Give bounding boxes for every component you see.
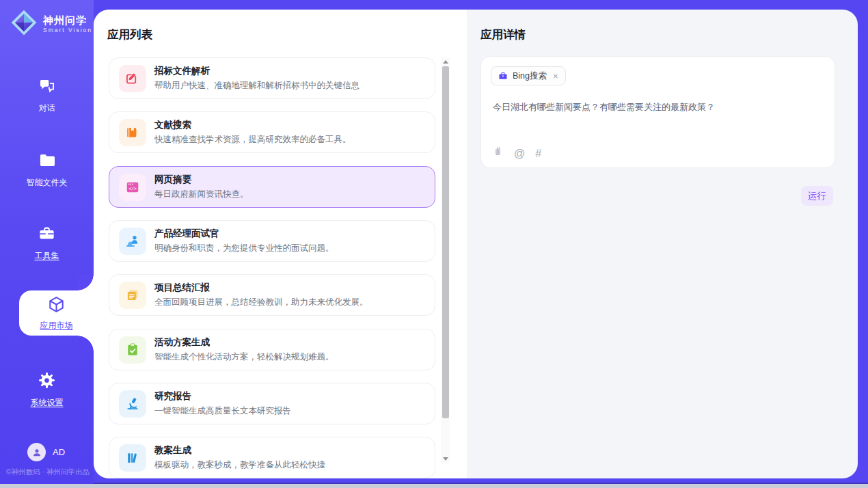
pill-curve-bottom [77,336,94,352]
sidebar-item-label: 智能文件夹 [27,177,68,189]
app-card-desc: 帮助用户快速、准确地理解和解析招标书中的关键信息 [154,80,360,92]
app-card-pm-interviewer[interactable]: 产品经理面试官 明确身份和职责，为您提供专业性的面试问题。 [109,220,435,262]
tag-close-icon[interactable]: × [553,71,558,81]
toolbox-icon [38,224,56,245]
user-label: AD [53,447,65,457]
books-icon [119,444,146,472]
sidebar-item-label: 对话 [39,103,55,114]
pill-curve-top [77,274,94,290]
microscope-icon [119,390,146,418]
paperclip-icon[interactable] [492,146,504,161]
app-window-frame: 神州问学 Smart Vision 对话 智能文件夹 [0,0,868,484]
scrollbar-thumb[interactable] [442,66,449,418]
app-card-event-plan[interactable]: 活动方案生成 智能生成个性化活动方案，轻松解决规划难题。 [109,329,435,370]
app-card-title: 网页摘要 [154,174,249,186]
logo-diamond-icon [10,8,38,40]
app-card-title: 招标文件解析 [154,65,360,77]
sidebar-footer-credit: ©神州数码 · 神州问学出品 [6,467,90,477]
scrollbar-down-arrow-icon[interactable] [443,457,448,461]
gear-icon [38,371,56,392]
mention-at-icon[interactable]: @ [514,148,525,160]
svg-text:</>: </> [128,186,137,191]
app-card-desc: 模板驱动，教案秒成，教学准备从此轻松快捷 [154,459,325,471]
content-area: 应用列表 招标文件解析 帮助用户快速、准确地理解和解析招标书中的关键信息 [94,10,858,478]
app-card-title: 文献搜索 [154,119,351,131]
cube-icon [47,295,66,316]
tool-tag-bing-search[interactable]: Bing搜索 × [491,66,566,85]
sidebar-item-settings[interactable]: 系统设置 [0,371,94,409]
query-text-input[interactable]: 今日湖北有哪些新闻要点？有哪些需要关注的最新政策？ [493,100,821,113]
sidebar-item-toolset[interactable]: 工具集 [0,224,94,262]
logo-subtitle: Smart Vision [43,27,92,34]
app-card-title: 教案生成 [154,444,325,457]
app-card-title: 产品经理面试官 [154,228,334,240]
run-button[interactable]: 运行 [801,186,833,206]
app-card-literature-search[interactable]: 文献搜索 快速精准查找学术资源，提高研究效率的必备工具。 [109,111,435,153]
app-detail-title: 应用详情 [480,27,526,42]
folder-icon [38,151,56,172]
app-card-desc: 明确身份和职责，为您提供专业性的面试问题。 [154,243,334,254]
input-toolbar: @ # [492,146,541,161]
user-account[interactable]: AD [27,443,65,461]
avatar[interactable] [27,443,46,461]
sidebar: 神州问学 Smart Vision 对话 智能文件夹 [0,0,94,484]
edit-doc-icon [119,65,146,92]
app-card-desc: 智能生成个性化活动方案，轻松解决规划难题。 [154,351,334,363]
sidebar-item-smart-folder[interactable]: 智能文件夹 [0,151,94,189]
app-card-desc: 全面回顾项目进展，总结经验教训，助力未来优化发展。 [154,297,368,308]
app-list-panel: 应用列表 招标文件解析 帮助用户快速、准确地理解和解析招标书中的关键信息 [94,10,467,478]
sidebar-item-label: 系统设置 [31,397,64,409]
app-card-web-summary[interactable]: </> 网页摘要 每日政府新闻资讯快查。 [109,166,435,208]
browser-code-icon: </> [119,174,146,201]
notes-icon [119,282,146,309]
app-card-project-summary[interactable]: 项目总结汇报 全面回顾项目进展，总结经验教训，助力未来优化发展。 [109,274,435,316]
book-icon [119,119,146,146]
sidebar-item-label: 应用市场 [40,320,73,331]
app-card-title: 项目总结汇报 [154,282,368,294]
app-card-desc: 每日政府新闻资讯快查。 [154,189,249,200]
app-card-lesson-plan[interactable]: 教案生成 模板驱动，教案秒成，教学准备从此轻松快捷 [109,437,435,478]
clipboard-check-icon [119,336,146,364]
app-card-research-report[interactable]: 研究报告 一键智能生成高质量长文本研究报告 [109,383,435,424]
sidebar-item-chat[interactable]: 对话 [0,77,94,114]
app-card-desc: 一键智能生成高质量长文本研究报告 [154,405,291,417]
app-logo: 神州问学 Smart Vision [10,8,92,40]
tool-tag-label: Bing搜索 [513,70,547,82]
prompt-card: Bing搜索 × 今日湖北有哪些新闻要点？有哪些需要关注的最新政策？ @ # [480,56,835,168]
app-card-desc: 快速精准查找学术资源，提高研究效率的必备工具。 [154,134,351,146]
app-card-bid-analysis[interactable]: 招标文件解析 帮助用户快速、准确地理解和解析招标书中的关键信息 [109,57,435,99]
sidebar-item-label: 工具集 [35,250,59,262]
person-icon [31,447,42,458]
logo-title: 神州问学 [43,14,92,27]
app-card-title: 研究报告 [154,390,291,403]
app-list-title: 应用列表 [107,27,152,42]
hash-icon[interactable]: # [535,148,541,160]
list-scrollbar[interactable] [441,57,450,463]
scrollbar-up-arrow-icon[interactable] [443,60,448,64]
app-card-title: 活动方案生成 [154,336,334,349]
briefcase-icon [498,71,508,81]
chat-icon [38,77,56,98]
sidebar-item-app-market[interactable]: 应用市场 [19,290,94,336]
app-detail-panel: 应用详情 Bing搜索 × 今日湖北有哪些新闻要点？有哪些需要关注的最新政策？ [467,10,858,478]
interview-icon [119,228,146,255]
